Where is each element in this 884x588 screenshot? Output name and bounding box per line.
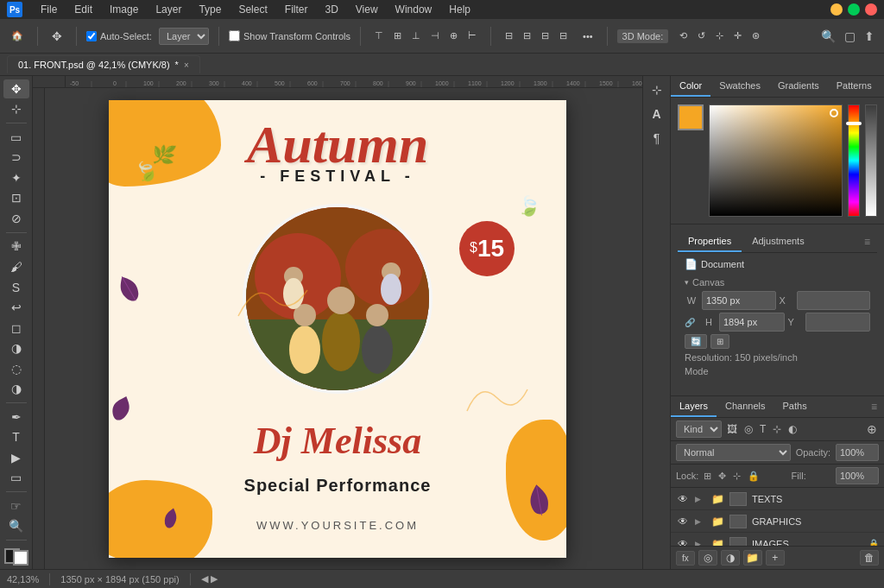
tab-close-btn[interactable]: ×	[184, 60, 189, 70]
layer-images-expand[interactable]: ▶	[695, 540, 705, 547]
dist-4[interactable]: ⊟	[555, 28, 571, 44]
menu-type[interactable]: Type	[196, 3, 224, 16]
layers-panel-options[interactable]: ≡	[864, 396, 884, 417]
marquee-tool[interactable]: ▭	[3, 128, 29, 147]
auto-select-checkbox[interactable]	[86, 31, 97, 41]
kind-select[interactable]: Kind	[676, 420, 722, 438]
lock-pixels-btn[interactable]: ⊞	[702, 469, 713, 484]
menu-image[interactable]: Image	[107, 3, 141, 16]
dist-2[interactable]: ⊟	[519, 28, 535, 44]
pen-tool[interactable]: ✒	[3, 408, 29, 427]
menu-file[interactable]: File	[38, 3, 60, 16]
delete-layer-btn[interactable]: 🗑	[860, 550, 879, 566]
dodge-tool[interactable]: ◑	[3, 380, 29, 399]
color-gradient-picker[interactable]	[709, 104, 843, 217]
blend-mode-select[interactable]: Normal	[676, 444, 791, 461]
menu-layer[interactable]: Layer	[153, 3, 184, 16]
align-left[interactable]: ⊣	[426, 28, 444, 44]
canvas-arrow[interactable]: ▾	[685, 278, 689, 287]
layer-graphics[interactable]: 👁 ▶ 📁 GRAPHICS	[671, 510, 884, 533]
properties-panel-options[interactable]: ≡	[857, 231, 877, 252]
layer-images[interactable]: 👁 ▶ 📁 IMAGES 🔒	[671, 533, 884, 546]
fill-input[interactable]	[836, 467, 879, 484]
menu-window[interactable]: Window	[393, 3, 435, 16]
3d-pan[interactable]: ⊹	[711, 28, 728, 44]
3d-roll[interactable]: ↺	[693, 28, 710, 44]
background-color[interactable]	[13, 550, 28, 566]
color-swatch[interactable]	[678, 104, 704, 130]
rectangle-tool[interactable]: ▭	[3, 469, 29, 488]
opacity-input[interactable]	[836, 444, 879, 461]
quick-select-tool[interactable]: ✦	[3, 168, 29, 187]
history-brush[interactable]: ↩	[3, 298, 29, 317]
eraser-tool[interactable]: ◻	[3, 319, 29, 338]
align-hcenter[interactable]: ⊕	[445, 28, 462, 44]
tab-patterns[interactable]: Patterns	[828, 76, 881, 97]
align-bottom[interactable]: ⊥	[407, 28, 425, 44]
status-nav[interactable]: ◀ ▶	[201, 573, 218, 585]
more-options[interactable]: •••	[578, 28, 597, 44]
gradient-tool[interactable]: ◑	[3, 338, 29, 357]
eyedropper-tool[interactable]: ⊘	[3, 209, 29, 228]
layer-texts-visibility[interactable]: 👁	[676, 492, 690, 506]
lock-all-btn[interactable]: 🔒	[746, 469, 761, 484]
dist-1[interactable]: ⊟	[501, 28, 517, 44]
tab-adjustments[interactable]: Adjustments	[742, 231, 815, 252]
minimize-btn[interactable]	[830, 3, 843, 16]
healing-tool[interactable]: ✙	[3, 237, 29, 256]
layer-texts-expand[interactable]: ▶	[695, 495, 705, 503]
tab-paths[interactable]: Paths	[774, 396, 816, 417]
maximize-btn[interactable]	[848, 3, 860, 16]
artboard-tool[interactable]: ⊹	[3, 100, 29, 119]
close-btn[interactable]	[865, 3, 877, 16]
menu-edit[interactable]: Edit	[72, 3, 95, 16]
extras-btn[interactable]: ⊹	[646, 79, 668, 100]
add-mask-btn[interactable]: ◎	[698, 550, 717, 566]
flip-canvas-btn[interactable]: ⊞	[710, 334, 729, 349]
align-right[interactable]: ⊢	[464, 28, 481, 44]
move-tool[interactable]: ✥	[3, 79, 29, 98]
menu-view[interactable]: View	[353, 3, 381, 16]
type-tool[interactable]: T	[3, 427, 29, 446]
path-select[interactable]: ▶	[3, 448, 29, 467]
3d-slide[interactable]: ✛	[729, 28, 746, 44]
para-btn[interactable]: ¶	[646, 128, 668, 149]
layer-graphics-expand[interactable]: ▶	[695, 517, 705, 526]
show-transform-checkbox[interactable]	[229, 30, 240, 41]
fx-button[interactable]: fx	[676, 551, 695, 566]
blur-tool[interactable]: ◌	[3, 359, 29, 378]
layer-filter-icon-1[interactable]: 🖼	[725, 421, 739, 437]
y-input[interactable]	[805, 313, 871, 332]
arrange-btn[interactable]: ▢	[842, 27, 858, 46]
menu-help[interactable]: Help	[446, 3, 473, 16]
3d-scale[interactable]: ⊛	[748, 28, 764, 44]
layer-images-visibility[interactable]: 👁	[676, 537, 690, 547]
tab-gradients[interactable]: Gradients	[769, 76, 828, 97]
home-btn[interactable]: 🏠	[7, 28, 28, 44]
crop-tool[interactable]: ⊡	[3, 189, 29, 208]
height-input[interactable]	[719, 313, 785, 332]
char-btn[interactable]: A	[646, 104, 668, 124]
tab-color[interactable]: Color	[671, 76, 710, 97]
share-btn[interactable]: ⬆	[862, 27, 877, 46]
new-layer-btn[interactable]: +	[766, 550, 785, 566]
dist-3[interactable]: ⊟	[537, 28, 553, 44]
tab-channels[interactable]: Channels	[717, 396, 774, 417]
brush-tool[interactable]: 🖌	[3, 257, 29, 276]
menu-select[interactable]: Select	[236, 3, 269, 16]
group-btn[interactable]: 📁	[743, 550, 762, 566]
move-tool-btn[interactable]: ✥	[47, 27, 66, 46]
layer-graphics-visibility[interactable]: 👁	[676, 515, 690, 528]
layer-filter-icon-6[interactable]: ⊕	[865, 420, 879, 438]
search-btn[interactable]: 🔍	[818, 27, 838, 46]
tab-layers[interactable]: Layers	[671, 396, 717, 417]
rotate-canvas-btn[interactable]: 🔄	[685, 334, 707, 349]
stamp-tool[interactable]: S	[3, 278, 29, 297]
hand-tool[interactable]: ☞	[3, 496, 29, 515]
menu-filter[interactable]: Filter	[282, 3, 311, 16]
tab-properties[interactable]: Properties	[678, 231, 742, 252]
layer-filter-icon-5[interactable]: ◐	[786, 421, 799, 437]
layer-filter-icon-2[interactable]: ◎	[742, 421, 755, 437]
document-tab[interactable]: 01. FRONT.psd @ 42,1% (CMYK/8) * ×	[7, 55, 200, 73]
menu-3d[interactable]: 3D	[322, 3, 340, 16]
